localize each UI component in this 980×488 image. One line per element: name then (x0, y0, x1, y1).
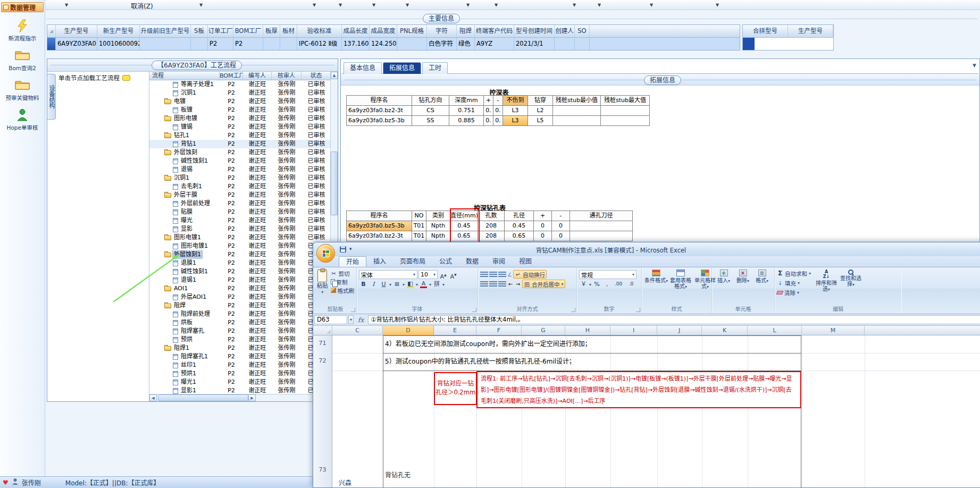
column-header[interactable]: 生产型号 (788, 25, 833, 37)
dropdown-icon[interactable]: ▼ (466, 3, 470, 7)
name-box[interactable]: D63 (314, 315, 347, 324)
tree-row[interactable]: AOI1P2谢正旺张传刚已审核 (149, 284, 331, 293)
select-all-corner[interactable] (313, 326, 332, 335)
tree-row[interactable]: 板镀P2谢正旺张传刚已审核 (149, 106, 331, 114)
accounting-format-button[interactable]: ￥ (579, 280, 588, 289)
worksheet[interactable]: 71 72 73 4）若板边已无空间添加测试coupon时，需向外扩出一定空间进… (313, 335, 980, 487)
column-header[interactable]: BOM工厂 (233, 25, 263, 37)
decrease-indent-icon[interactable]: ← (507, 281, 514, 287)
tree-row[interactable]: 曝光1P2谢正旺张传刚已审核 (149, 378, 331, 386)
column-header[interactable]: PNL规格 (397, 25, 427, 37)
conditional-formatting-button[interactable]: 条件格式▾ (644, 269, 668, 306)
row-header[interactable]: 72 (313, 357, 332, 364)
tree-row[interactable]: 丝印1P2谢正旺张传刚已审核 (149, 361, 331, 369)
ribbon-tab[interactable]: 插入 (366, 256, 393, 267)
tab-device-structure[interactable]: 设备结构 (47, 74, 56, 120)
office-button[interactable] (316, 244, 335, 263)
column-header-D[interactable]: D (383, 326, 434, 335)
dialog-launcher-icon[interactable] (351, 308, 355, 312)
sidebar-item-2[interactable]: Bom查询2 (0, 49, 45, 72)
column-header[interactable]: 板材 (280, 25, 297, 37)
row-header[interactable]: 73 (313, 466, 332, 473)
chevron-down-icon[interactable]: ▾ (349, 246, 352, 251)
ribbon-tab[interactable]: 页面布局 (393, 256, 432, 267)
tree-row[interactable]: 退锡P2谢正旺张传刚已审核 (149, 165, 331, 174)
dropdown-icon[interactable]: ▼ (716, 3, 719, 7)
percent-style-button[interactable]: % (592, 280, 601, 289)
column-header[interactable]: 合拼型号 (743, 25, 788, 37)
dropdown-icon[interactable]: ▼ (65, 3, 68, 7)
borders-button[interactable]: ⊞ (392, 280, 401, 289)
sidebar-item-3[interactable]: 预审关键物料 (0, 79, 45, 102)
column-header[interactable]: 型号创建时间 (514, 25, 555, 37)
column-header-I[interactable]: I (610, 326, 657, 335)
tree-row[interactable]: 沉铜1P2谢正旺张传刚已审核 (149, 174, 331, 182)
column-header[interactable]: 创建人 (555, 25, 575, 37)
tree-row[interactable]: 等离子处理1P2谢正旺张传刚已审核 (149, 80, 331, 89)
tree-row[interactable]: 图形电镀P2谢正旺张传刚已审核 (149, 114, 331, 123)
ribbon-tab[interactable]: 数据 (459, 256, 485, 267)
ribbon-tab[interactable]: 开始 (339, 256, 366, 267)
tree-row[interactable]: 碱性蚀刻1P2谢正旺张传刚已审核 (149, 157, 331, 165)
tree-row[interactable]: 贴膜P2谢正旺张传刚已审核 (149, 208, 331, 216)
dropdown-icon[interactable]: ▼ (573, 3, 576, 7)
increase-indent-icon[interactable]: → (515, 281, 521, 287)
column-header-M[interactable]: M (802, 326, 865, 335)
tab-basic-info[interactable]: 基本信息 (344, 62, 382, 74)
column-header[interactable]: 板厚 (263, 25, 280, 37)
number-format-select[interactable]: 常规▾ (579, 270, 636, 279)
increase-decimal-button[interactable]: .00 (613, 280, 624, 289)
tree-row[interactable]: 沉铜1P2谢正旺张传刚已审核 (149, 89, 331, 97)
table-row[interactable]: 6a9yz03fa0.bz2-3tT01Npth0.652080.6500 (347, 231, 633, 241)
tab-work-hours[interactable]: 工时 (422, 62, 448, 74)
wrap-text-button[interactable]: ↵自动换行 (513, 270, 547, 279)
align-center-icon[interactable] (489, 281, 497, 288)
tree-row[interactable]: 烘板P2谢正旺张传刚已审核 (149, 318, 331, 327)
row-header[interactable]: 71 (313, 340, 332, 347)
tree-row[interactable]: 外层蚀刻P2谢正旺张传刚已审核 (149, 148, 331, 157)
column-header[interactable]: 成品宽度 (370, 25, 397, 37)
ribbon-tab[interactable]: 公式 (432, 256, 459, 267)
format-cells-button[interactable]: ≡格式▾ (752, 269, 772, 306)
column-header[interactable]: 生产型号 (56, 25, 97, 37)
tree-row[interactable]: 外层前处理P2谢正旺张传刚已审核 (149, 199, 331, 208)
scrollbar-thumb[interactable] (331, 152, 338, 215)
tree-row[interactable]: 阻焊P2谢正旺张传刚已审核 (149, 301, 331, 310)
dropdown-icon[interactable]: ▼ (406, 3, 409, 7)
scrollbar-thumb[interactable] (158, 394, 248, 401)
excel-title-bar[interactable]: ▾ 背钻CAM制作注意点.xls [兼容模式] - Microsoft Exce… (313, 242, 980, 256)
dialog-launcher-icon[interactable] (571, 308, 575, 312)
grow-font-button[interactable]: A▲ (439, 271, 448, 279)
select-all-corner[interactable]: ◢ (47, 25, 56, 37)
fill-color-button[interactable]: ◧ (406, 280, 415, 289)
chevron-down-icon[interactable]: ▼ (973, 63, 976, 68)
shrink-font-button[interactable]: A▼ (449, 271, 458, 279)
font-color-button[interactable]: A (419, 280, 428, 289)
decrease-decimal-button[interactable]: .0 (625, 280, 637, 289)
column-header[interactable]: 字符 (427, 25, 457, 37)
bold-button[interactable]: B (359, 280, 368, 289)
underline-button[interactable]: U (379, 280, 388, 289)
tree-row[interactable]: 阻焊前处理P2谢正旺张传刚已审核 (149, 310, 331, 318)
column-header[interactable]: 升级前旧生产型号 (140, 25, 191, 37)
sidebar-item-4[interactable]: Hope单审核 (0, 108, 45, 131)
tree-row[interactable]: 外层蚀刻1P2谢正旺张传刚已审核 (149, 250, 331, 259)
scroll-up-icon[interactable]: ▲ (331, 72, 338, 79)
tree-row[interactable]: 外层AOI1P2谢正旺张传刚已审核 (149, 293, 331, 301)
phonetic-button[interactable]: 拼 (432, 280, 441, 289)
font-name-select[interactable]: 宋体▾ (359, 270, 417, 279)
copy-button[interactable]: 复制 (331, 277, 355, 286)
column-header[interactable]: SO (575, 25, 590, 37)
align-left-icon[interactable] (480, 281, 488, 288)
table-row[interactable]: 6a9yz03fa0.bz2-3tCS0.7510.0.L3L2 (347, 106, 650, 116)
autosum-button[interactable]: Σ自动求和▾ (777, 269, 811, 277)
dropdown-icon[interactable]: ▼ (199, 3, 203, 7)
insert-cells-button[interactable]: +插入▾ (714, 269, 733, 306)
ribbon-tab[interactable]: 视图 (512, 256, 539, 267)
dropdown-icon[interactable]: ▼ (598, 3, 601, 7)
align-top-icon[interactable] (480, 271, 488, 278)
dialog-launcher-icon[interactable] (472, 308, 476, 312)
dropdown-icon[interactable]: ▼ (372, 3, 375, 7)
formula-bar[interactable]: ①背钻孔制作铝片钻孔大小: 比背钻孔孔径整体大4mil,。 (368, 315, 980, 324)
column-header[interactable]: 阻焊 (457, 25, 475, 37)
